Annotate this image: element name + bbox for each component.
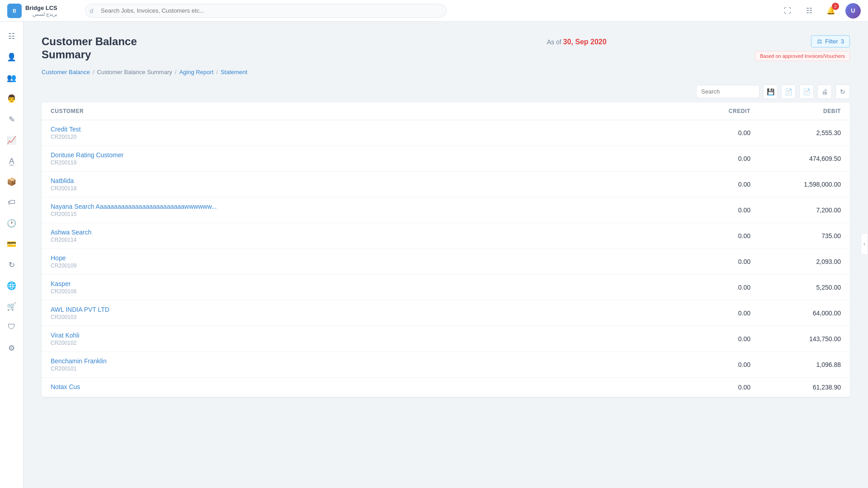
credit-amount: 0.00 bbox=[660, 258, 750, 265]
customer-cell: Virat Kohli CR200102 bbox=[51, 332, 660, 346]
customer-name-link[interactable]: Natblida bbox=[51, 177, 660, 184]
nav-icon-tag[interactable]: 🏷 bbox=[3, 193, 21, 211]
credit-amount: 0.00 bbox=[660, 284, 750, 291]
breadcrumb: Customer Balance / Customer Balance Summ… bbox=[42, 69, 850, 75]
page-header: Customer Balance Summary As of 30, Sep 2… bbox=[42, 35, 850, 61]
notification-button[interactable]: 🔔 2 bbox=[824, 4, 838, 18]
nav-icon-globe[interactable]: 🌐 bbox=[3, 277, 21, 295]
debit-amount: 5,250.00 bbox=[750, 284, 841, 291]
customer-name-link[interactable]: Credit Test bbox=[51, 126, 660, 133]
customer-name-link[interactable]: Notax Cus bbox=[51, 383, 660, 390]
debit-amount: 474,609.50 bbox=[750, 155, 841, 162]
refresh-button[interactable]: ↻ bbox=[835, 84, 850, 99]
customer-name-link[interactable]: AWL INDIA PVT LTD bbox=[51, 306, 660, 313]
nav-icon-card[interactable]: 💳 bbox=[3, 235, 21, 253]
topbar-actions: ⛶ ☷ 🔔 2 U bbox=[780, 3, 861, 19]
as-of-label: As of bbox=[547, 38, 561, 46]
customer-code: CR200114 bbox=[51, 237, 660, 243]
credit-amount: 0.00 bbox=[660, 310, 750, 317]
grid-view-button[interactable]: ☷ bbox=[802, 4, 816, 18]
nav-icon-person[interactable]: 👤 bbox=[3, 48, 21, 66]
customer-code: CR200119 bbox=[51, 160, 660, 166]
fullscreen-button[interactable]: ⛶ bbox=[780, 4, 795, 18]
print-button[interactable]: 🖨 bbox=[817, 84, 832, 99]
credit-amount: 0.00 bbox=[660, 335, 750, 343]
nav-icon-dashboard[interactable]: ☷ bbox=[3, 27, 21, 45]
customer-code: CR200118 bbox=[51, 185, 660, 192]
col-header-customer: CUSTOMER bbox=[51, 108, 660, 114]
debit-amount: 61,238.90 bbox=[750, 384, 841, 391]
nav-icon-clock[interactable]: 🕐 bbox=[3, 214, 21, 232]
breadcrumb-customer-balance[interactable]: Customer Balance bbox=[42, 69, 90, 75]
customer-cell: Notax Cus bbox=[51, 383, 660, 391]
debit-amount: 7,200.00 bbox=[750, 206, 841, 214]
customer-name-link[interactable]: Dontuse Rating Customer bbox=[51, 151, 660, 159]
page-title-block: Customer Balance Summary bbox=[42, 35, 398, 61]
nav-icon-font[interactable]: A̲ bbox=[3, 152, 21, 170]
data-table: CUSTOMER CREDIT DEBIT Credit Test CR2001… bbox=[42, 103, 850, 397]
nav-icon-refresh[interactable]: ↻ bbox=[3, 256, 21, 274]
filter-icon: ⚖ bbox=[817, 38, 822, 45]
debit-amount: 2,555.30 bbox=[750, 129, 841, 136]
customer-name-link[interactable]: Virat Kohli bbox=[51, 332, 660, 339]
credit-amount: 0.00 bbox=[660, 361, 750, 368]
debit-amount: 1,096.88 bbox=[750, 361, 841, 368]
export-pdf-button[interactable]: 📄 bbox=[799, 84, 814, 99]
table-row: Hope CR200109 0.00 2,093.00 bbox=[42, 249, 850, 275]
customer-code: CR200103 bbox=[51, 314, 660, 320]
report-date: 30, Sep 2020 bbox=[563, 38, 607, 46]
credit-amount: 0.00 bbox=[660, 155, 750, 162]
breadcrumb-aging-report[interactable]: Aging Report bbox=[179, 69, 213, 75]
customer-name-link[interactable]: Hope bbox=[51, 254, 660, 262]
customer-cell: Dontuse Rating Customer CR200119 bbox=[51, 151, 660, 166]
customer-name-link[interactable]: Nayana Search Aaaaaaaaaaaaaaaaaaaaaaaaaw… bbox=[51, 203, 660, 210]
breadcrumb-statement[interactable]: Statement bbox=[221, 69, 247, 75]
col-header-credit: CREDIT bbox=[660, 108, 750, 114]
breadcrumb-customer-balance-summary: Customer Balance Summary bbox=[97, 69, 172, 75]
customer-cell: Natblida CR200118 bbox=[51, 177, 660, 192]
export-csv-button[interactable]: 💾 bbox=[763, 84, 778, 99]
filter-button[interactable]: ⚖ Filter 3 bbox=[811, 35, 850, 47]
nav-icon-chart[interactable]: 📈 bbox=[3, 131, 21, 149]
nav-icon-box[interactable]: 📦 bbox=[3, 173, 21, 191]
customer-name-link[interactable]: Benchamin Franklin bbox=[51, 357, 660, 365]
table-toolbar: 💾 📄 📄 🖨 ↻ bbox=[42, 84, 850, 99]
credit-amount: 0.00 bbox=[660, 232, 750, 239]
breadcrumb-sep-3: / bbox=[216, 69, 218, 75]
date-block: As of 30, Sep 2020 bbox=[398, 35, 755, 46]
nav-icon-gear[interactable]: ⚙ bbox=[3, 339, 21, 357]
table-row: Notax Cus 0.00 61,238.90 bbox=[42, 378, 850, 397]
customer-cell: Ashwa Search CR200114 bbox=[51, 229, 660, 243]
nav-icon-shield[interactable]: 🛡 bbox=[3, 318, 21, 336]
credit-amount: 0.00 bbox=[660, 206, 750, 214]
nav-icon-cart[interactable]: 🛒 bbox=[3, 297, 21, 315]
global-search-input[interactable] bbox=[85, 4, 447, 18]
app-name-arabic: بريدج لسس bbox=[25, 11, 57, 17]
credit-amount: 0.00 bbox=[660, 129, 750, 136]
approved-badge: Based on approved Invoices/Vouchers bbox=[755, 51, 850, 61]
app-name: Bridge LCS bbox=[25, 5, 57, 11]
user-avatar[interactable]: U bbox=[845, 3, 861, 19]
nav-icon-edit[interactable]: ✎ bbox=[3, 110, 21, 128]
debit-amount: 735.00 bbox=[750, 232, 841, 239]
sidebar-collapse-handle[interactable]: ‹ bbox=[861, 233, 868, 255]
export-excel-button[interactable]: 📄 bbox=[781, 84, 796, 99]
debit-amount: 2,093.00 bbox=[750, 258, 841, 265]
customer-cell: Nayana Search Aaaaaaaaaaaaaaaaaaaaaaaaaw… bbox=[51, 203, 660, 217]
customer-name-link[interactable]: Kasper bbox=[51, 280, 660, 287]
customer-cell: Kasper CR200106 bbox=[51, 280, 660, 295]
breadcrumb-sep-1: / bbox=[93, 69, 94, 75]
table-search-input[interactable] bbox=[696, 85, 760, 98]
col-header-debit: DEBIT bbox=[750, 108, 841, 114]
customer-cell: Benchamin Franklin CR200101 bbox=[51, 357, 660, 372]
breadcrumb-sep-2: / bbox=[175, 69, 177, 75]
table-header: CUSTOMER CREDIT DEBIT bbox=[42, 103, 850, 120]
logo-icon: B bbox=[7, 4, 22, 18]
notification-badge: 2 bbox=[832, 3, 839, 10]
customer-code: CR200101 bbox=[51, 366, 660, 372]
table-row: Virat Kohli CR200102 0.00 143,750.00 bbox=[42, 326, 850, 352]
nav-icon-people[interactable]: 👥 bbox=[3, 69, 21, 87]
nav-icon-person-add[interactable]: 👨 bbox=[3, 89, 21, 108]
customer-name-link[interactable]: Ashwa Search bbox=[51, 229, 660, 236]
sidebar-nav: ☷ 👤 👥 👨 ✎ 📈 A̲ 📦 🏷 🕐 💳 ↻ 🌐 🛒 🛡 ⚙ bbox=[0, 22, 24, 488]
